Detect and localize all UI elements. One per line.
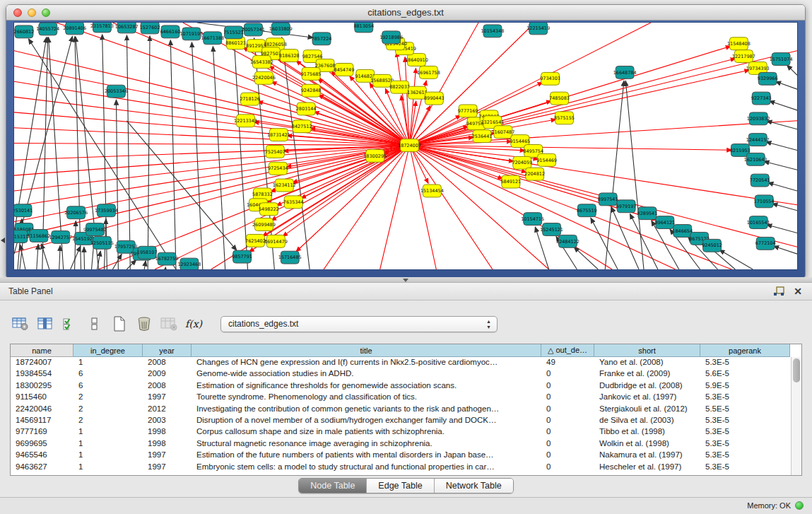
network-node[interactable]: 2718126 (240, 93, 260, 105)
column-header[interactable]: year (143, 344, 192, 357)
network-node[interactable]: 9777169 (458, 105, 478, 117)
network-node[interactable]: 10154348 (481, 25, 505, 37)
network-canvas[interactable]: 8860123891295518226058982750316543382818… (13, 22, 798, 270)
network-node[interactable]: 8997541 (598, 193, 618, 206)
select-columns-button[interactable] (61, 315, 79, 333)
network-node[interactable]: 9857791 (232, 250, 252, 263)
horizontal-splitter[interactable] (0, 277, 812, 283)
network-node[interactable]: 1527602 (140, 23, 160, 34)
network-node[interactable]: 12942757 (49, 230, 72, 243)
network-node[interactable]: 16543382 (250, 56, 273, 69)
network-node[interactable]: 16782759 (155, 252, 179, 265)
vertical-scrollbar[interactable] (791, 357, 801, 475)
network-edge[interactable] (767, 121, 797, 129)
network-edge[interactable] (84, 247, 85, 269)
network-edge[interactable] (301, 146, 410, 199)
network-node[interactable]: 20891406 (63, 23, 86, 35)
tab-node-table[interactable]: Node Table (299, 479, 367, 493)
network-node[interactable]: 5498222 (259, 203, 279, 216)
network-edge[interactable] (14, 146, 409, 238)
network-edge[interactable] (409, 51, 797, 146)
window-titlebar[interactable]: citations_edges.txt (6, 5, 805, 21)
network-node[interactable]: 12217987 (732, 50, 755, 63)
network-edge[interactable] (234, 41, 247, 269)
network-node[interactable]: 10653287 (115, 23, 139, 33)
network-node[interactable]: 11156862 (27, 229, 50, 242)
network-node[interactable]: 9175685 (301, 67, 322, 80)
network-edge[interactable] (75, 221, 76, 269)
network-node[interactable]: 12213343 (234, 115, 257, 127)
function-builder-button[interactable]: f(x) (184, 315, 203, 333)
network-edge[interactable] (14, 144, 409, 146)
network-edge[interactable] (409, 23, 650, 146)
network-edge[interactable] (296, 146, 410, 252)
column-header[interactable]: pagerank (700, 344, 790, 357)
network-node[interactable]: 6979197 (616, 200, 637, 213)
network-node[interactable]: 12505135 (90, 236, 114, 249)
table-row[interactable]: 1456911722003Disruption of a novel membe… (11, 415, 791, 426)
network-edge[interactable] (766, 142, 797, 151)
network-node[interactable]: 17359934 (95, 204, 118, 217)
table-row[interactable]: 911546021997Tourette syndrome. Phenomeno… (11, 392, 791, 403)
network-edge[interactable] (144, 261, 146, 269)
new-table-button[interactable] (110, 315, 129, 333)
table-row[interactable]: 977716911998Corpus callosum shape and si… (11, 426, 791, 438)
network-node[interactable]: 9734303 (540, 72, 560, 85)
network-node[interactable]: 7204059 (512, 156, 532, 169)
network-node[interactable]: 2530141 (14, 204, 33, 217)
network-edge[interactable] (126, 121, 237, 250)
network-node[interactable]: 19218986 (379, 31, 403, 44)
network-edge[interactable] (14, 146, 409, 191)
network-node[interactable]: 12444157 (746, 134, 770, 146)
network-node[interactable]: 2660812 (14, 25, 34, 38)
network-node[interactable]: 8454749 (334, 64, 355, 76)
network-node[interactable]: 7485083 (549, 92, 570, 105)
network-node[interactable]: 8964121 (654, 216, 675, 229)
table-selector-dropdown[interactable]: citations_edges.txt ▲▼ (220, 316, 498, 332)
table-row[interactable]: 969969511998Structural magnetic resonanc… (11, 438, 791, 450)
network-node[interactable]: 26099489 (252, 218, 276, 231)
network-node[interactable]: 10154715 (521, 213, 544, 226)
network-edge[interactable] (213, 47, 225, 269)
network-node[interactable]: 8427512 (292, 120, 312, 133)
network-node[interactable]: 15716485 (278, 251, 302, 264)
network-node[interactable]: 9725434 (268, 162, 288, 175)
network-node[interactable]: 6772104 (755, 237, 776, 250)
memory-status-indicator[interactable] (795, 501, 804, 510)
network-node[interactable]: 8186328 (279, 49, 300, 62)
panel-collapse-arrow-icon[interactable] (1, 238, 5, 243)
network-node[interactable]: 7635344 (283, 196, 304, 209)
network-node[interactable]: 9245012 (702, 239, 722, 252)
network-node[interactable]: 12093832 (747, 112, 770, 125)
network-edge[interactable] (126, 260, 136, 269)
network-edge[interactable] (787, 65, 797, 75)
network-node[interactable]: 9242848 (301, 84, 322, 97)
network-node[interactable]: 16961758 (417, 66, 440, 78)
column-header[interactable]: name (11, 344, 73, 357)
column-header[interactable]: △ out_de… (541, 344, 594, 357)
table-row[interactable]: 2242004622012Investigating the contribut… (11, 404, 791, 415)
network-edge[interactable] (409, 146, 436, 269)
network-edge[interactable] (14, 146, 409, 160)
network-node[interactable]: 20206576 (64, 206, 88, 219)
network-node[interactable]: 15751074 (770, 53, 793, 66)
network-node[interactable]: 99975487 (83, 223, 107, 236)
network-node[interactable]: 14055724 (36, 23, 59, 35)
network-node[interactable]: 10719195 (180, 28, 203, 40)
network-node[interactable]: 11548408 (727, 37, 751, 50)
delete-button[interactable] (135, 315, 153, 333)
network-node[interactable]: 7720541 (750, 174, 770, 187)
network-edge[interactable] (324, 146, 409, 269)
network-node[interactable]: 15245121 (540, 223, 563, 236)
network-node[interactable]: 7857224 (312, 33, 332, 45)
network-node[interactable]: 16914479 (264, 235, 288, 247)
tab-network-table[interactable]: Network Table (435, 479, 513, 493)
network-node[interactable]: 18731421 (267, 129, 290, 141)
network-node[interactable]: 1710554 (754, 195, 775, 208)
network-node[interactable]: 18724007 (398, 139, 421, 152)
network-edge[interactable] (192, 42, 202, 269)
network-edge[interactable] (768, 182, 797, 191)
network-node[interactable]: 2536441 (472, 130, 493, 143)
float-panel-icon[interactable] (773, 286, 785, 297)
network-node[interactable]: 18640910 (405, 54, 428, 66)
